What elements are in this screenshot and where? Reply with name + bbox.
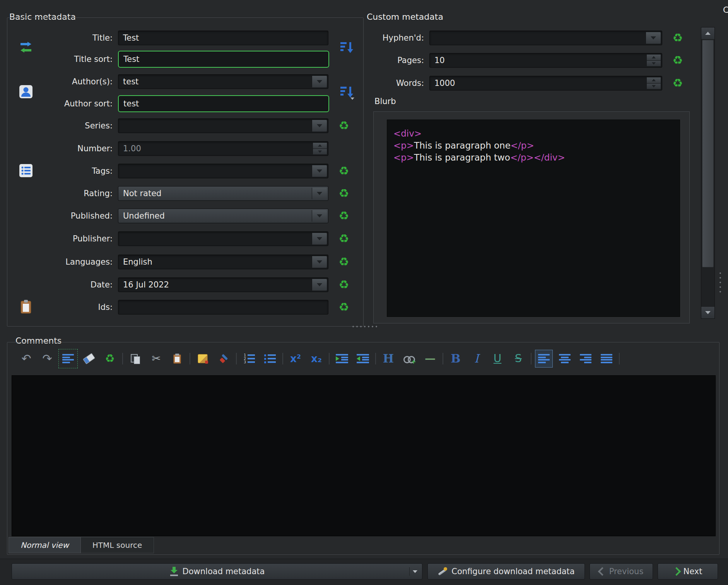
- publisher-combobox[interactable]: [118, 231, 328, 246]
- download-metadata-button[interactable]: Download metadata: [12, 563, 422, 580]
- subscript-button[interactable]: x₂: [308, 350, 325, 367]
- align-right-button[interactable]: [577, 350, 594, 367]
- words-clear-button[interactable]: ♻: [670, 75, 685, 91]
- words-label: Words:: [367, 79, 429, 88]
- number-spin-up-button[interactable]: [313, 143, 327, 149]
- chevron-down-icon: [317, 124, 322, 127]
- number-spinner[interactable]: 1.00: [118, 141, 328, 156]
- align-justify-button[interactable]: [598, 350, 615, 367]
- author-sort-input[interactable]: test: [118, 95, 329, 112]
- ids-clear-button[interactable]: ♻: [336, 299, 352, 315]
- horizontal-rule-button[interactable]: —: [422, 350, 439, 367]
- outdent-icon: [357, 354, 369, 363]
- title-sort-input[interactable]: Test: [118, 51, 329, 68]
- languages-combobox[interactable]: English: [118, 255, 328, 269]
- rating-dropdown-button[interactable]: [312, 188, 327, 199]
- ids-input[interactable]: [118, 300, 328, 315]
- auto-title-sort-button[interactable]: [337, 38, 355, 56]
- scroll-down-button[interactable]: [701, 307, 714, 318]
- italic-button[interactable]: I: [468, 350, 485, 367]
- publisher-dropdown-button[interactable]: [312, 233, 327, 245]
- date-clear-button[interactable]: ♻: [336, 277, 352, 292]
- eraser-button[interactable]: [80, 350, 97, 367]
- title-input[interactable]: Test: [118, 31, 328, 45]
- recycle-icon: ♻: [339, 188, 349, 199]
- bullet-list-button[interactable]: [261, 350, 279, 367]
- pages-clear-button[interactable]: ♻: [670, 53, 685, 68]
- superscript-button[interactable]: x²: [287, 350, 304, 367]
- previous-button[interactable]: Previous: [590, 563, 653, 580]
- insert-link-button[interactable]: +: [401, 350, 418, 367]
- clear-formatting-button[interactable]: [215, 350, 232, 367]
- comments-editor[interactable]: [12, 375, 716, 536]
- configure-download-metadata-button[interactable]: Configure download metadata: [427, 563, 585, 580]
- tags-clear-button[interactable]: ♻: [336, 163, 352, 179]
- ordered-list-button[interactable]: 123: [241, 350, 258, 367]
- cut-icon: ✂: [152, 353, 161, 364]
- pages-spinner[interactable]: 10: [429, 53, 662, 68]
- copy-button[interactable]: [127, 350, 144, 367]
- rating-combobox[interactable]: Not rated: [118, 186, 328, 201]
- outdent-button[interactable]: [354, 350, 371, 367]
- authors-combobox[interactable]: test: [118, 74, 328, 89]
- published-dropdown-button[interactable]: [312, 210, 327, 222]
- words-spin-buttons: [646, 77, 661, 89]
- hyphend-clear-button[interactable]: ♻: [670, 30, 685, 46]
- indent-button[interactable]: [333, 350, 350, 367]
- swap-title-author-button[interactable]: [17, 38, 35, 56]
- next-button[interactable]: Next: [658, 563, 718, 580]
- words-spinner[interactable]: 1000: [429, 76, 662, 91]
- hyphend-dropdown-button[interactable]: [646, 32, 661, 44]
- paste-button[interactable]: [169, 350, 186, 367]
- tags-combobox[interactable]: [118, 164, 328, 178]
- manage-authors-button[interactable]: [17, 83, 35, 101]
- words-spin-up-button[interactable]: [647, 77, 661, 83]
- languages-dropdown-button[interactable]: [312, 256, 327, 268]
- series-dropdown-button[interactable]: [312, 120, 327, 132]
- series-clear-button[interactable]: ♻: [336, 118, 352, 133]
- tags-editor-button[interactable]: [17, 162, 35, 180]
- tab-html-source[interactable]: HTML source: [81, 537, 154, 553]
- bold-button[interactable]: B: [447, 350, 464, 367]
- heading-button[interactable]: H: [380, 350, 397, 367]
- pages-spin-up-button[interactable]: [647, 55, 661, 60]
- align-left-button[interactable]: [535, 350, 552, 367]
- rating-clear-button[interactable]: ♻: [336, 186, 352, 201]
- redo-button[interactable]: ↷: [39, 350, 56, 367]
- align-left-icon: [538, 354, 550, 363]
- published-clear-button[interactable]: ♻: [336, 208, 352, 224]
- series-combobox[interactable]: [118, 118, 328, 133]
- underline-button[interactable]: U: [489, 350, 506, 367]
- rating-label: Rating:: [7, 189, 118, 198]
- auto-author-sort-button[interactable]: [337, 83, 355, 101]
- hyphend-combobox[interactable]: [429, 31, 662, 45]
- scrollbar-thumb[interactable]: [702, 40, 714, 267]
- pages-spin-down-button[interactable]: [647, 60, 661, 67]
- cut-button[interactable]: ✂: [148, 350, 165, 367]
- splitter-handle-horizontal[interactable]: [351, 325, 378, 328]
- date-dropdown-button[interactable]: [312, 279, 327, 291]
- number-spin-down-button[interactable]: [313, 149, 327, 155]
- next-label: Next: [684, 567, 702, 576]
- publisher-clear-button[interactable]: ♻: [336, 231, 352, 246]
- align-center-button[interactable]: [556, 350, 573, 367]
- authors-dropdown-button[interactable]: [312, 76, 327, 87]
- tab-normal-view[interactable]: Normal view: [9, 537, 81, 553]
- undo-button[interactable]: ↶: [18, 350, 35, 367]
- date-combobox[interactable]: 16 Jul 2022: [118, 277, 328, 292]
- words-spin-down-button[interactable]: [647, 83, 661, 89]
- spin-up-icon: [318, 144, 322, 147]
- published-combobox[interactable]: Undefined: [118, 209, 328, 223]
- download-dropdown-button[interactable]: [409, 567, 417, 576]
- strikethrough-button[interactable]: S: [510, 350, 527, 367]
- blurb-editor[interactable]: <div><p>This is paragraph one</p><p>This…: [387, 120, 680, 317]
- languages-clear-button[interactable]: ♻: [336, 254, 352, 270]
- custom-scrollbar[interactable]: [701, 27, 715, 319]
- splitter-handle-vertical[interactable]: [719, 271, 722, 292]
- tags-dropdown-button[interactable]: [312, 165, 327, 177]
- recycle-button[interactable]: ♻: [101, 350, 118, 367]
- scroll-up-button[interactable]: [701, 27, 714, 39]
- palette-button[interactable]: [194, 350, 211, 367]
- paste-identifiers-button[interactable]: [17, 298, 35, 316]
- select-all-button[interactable]: [60, 350, 77, 367]
